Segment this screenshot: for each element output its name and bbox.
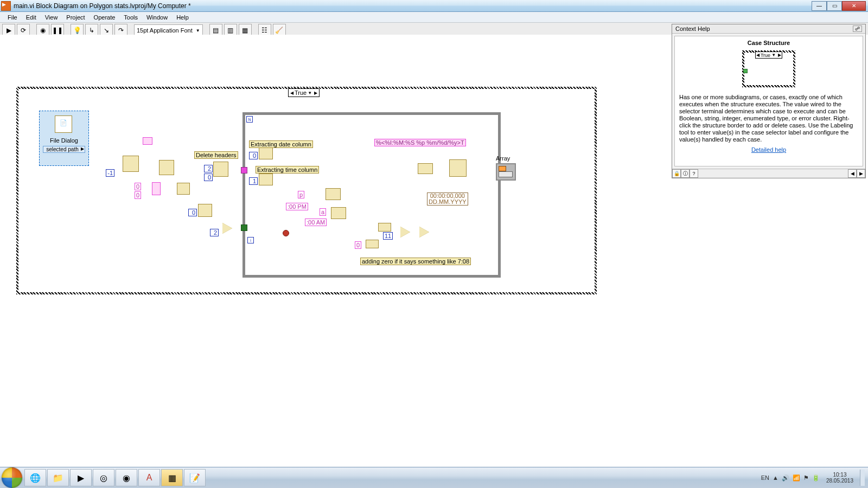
menu-file[interactable]: File	[3, 14, 22, 21]
app-icon	[1, 1, 11, 11]
close-button[interactable]: ✕	[842, 1, 866, 11]
menu-view[interactable]: View	[41, 14, 62, 21]
context-help-pin-icon[interactable]: ☍	[853, 25, 862, 32]
menu-tools[interactable]: Tools	[119, 14, 142, 21]
window-titlebar: main.vi Block Diagram on Polygon stats.l…	[0, 0, 868, 12]
menu-edit[interactable]: Edit	[22, 14, 41, 21]
context-help-body: Case Structure ◀True▼▶ Has one or more s…	[674, 36, 863, 38]
menu-window[interactable]: Window	[142, 14, 172, 21]
menu-bar: File Edit View Project Operate Tools Win…	[0, 12, 868, 23]
font-select-label: 15pt Application Font	[137, 27, 193, 34]
menu-project[interactable]: Project	[62, 14, 89, 21]
window-title: main.vi Block Diagram on Polygon stats.l…	[14, 2, 812, 10]
window-controls: — ▭ ✕	[812, 1, 866, 11]
context-help-title: Context Help	[675, 25, 710, 32]
wires	[0, 35, 163, 38]
maximize-button[interactable]: ▭	[827, 1, 842, 11]
menu-help[interactable]: Help	[172, 14, 193, 21]
context-help-titlebar[interactable]: Context Help ☍	[672, 24, 865, 34]
menu-operate[interactable]: Operate	[90, 14, 120, 21]
minimize-button[interactable]: —	[812, 1, 827, 11]
context-help-panel[interactable]: Context Help ☍ Case Structure ◀True▼▶ Ha…	[672, 24, 866, 38]
